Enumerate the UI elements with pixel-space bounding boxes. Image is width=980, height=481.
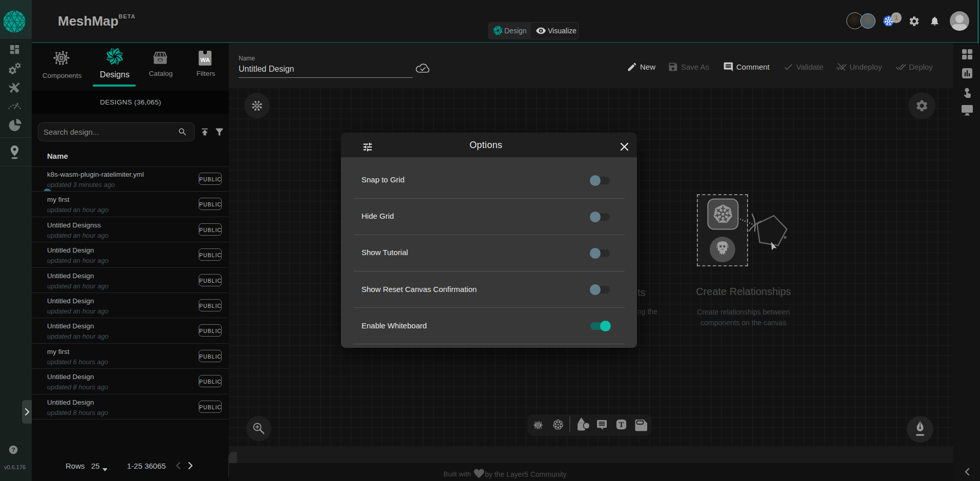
svg-text:WA: WA bbox=[200, 57, 210, 63]
svg-text:?: ? bbox=[11, 446, 15, 453]
svg-text:T: T bbox=[619, 421, 624, 429]
